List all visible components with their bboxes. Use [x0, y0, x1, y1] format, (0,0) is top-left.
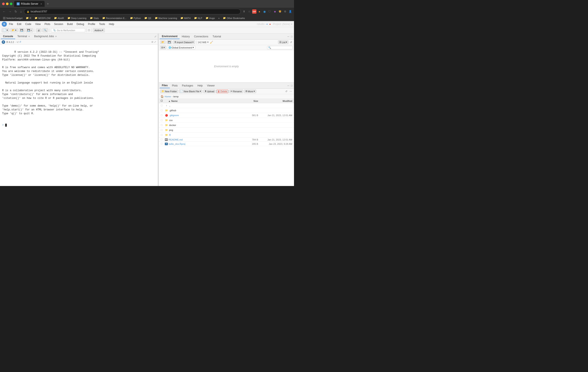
rproj-link[interactable]: twilio_dox.Rproj — [169, 143, 241, 145]
global-environment-button[interactable]: 🌐 Global Environment ▾ — [167, 46, 195, 49]
bookmark-modflow[interactable]: 📁 MODFLOW — [33, 16, 52, 20]
project-selector[interactable]: Project: (None) ▾ — [273, 23, 292, 26]
menu-help[interactable]: Help — [107, 22, 116, 26]
tab-viewer[interactable]: Viewer — [205, 83, 217, 88]
browser-tab-active[interactable]: R RStudio Server ✕ — [14, 1, 45, 7]
new-file-button[interactable]: 📄 ▾ — [2, 28, 9, 32]
file-row-docker[interactable]: ☐ 📁 docker — [159, 123, 294, 128]
readme-link[interactable]: README.md — [169, 138, 241, 141]
menu-build[interactable]: Build — [65, 22, 74, 26]
file-checkbox-rproj[interactable]: ☐ — [161, 142, 165, 145]
tab-history[interactable]: History — [179, 34, 192, 39]
file-checkbox-docker[interactable]: ☐ — [161, 124, 165, 127]
github-folder-link[interactable]: .github — [169, 109, 241, 112]
docker-folder-link[interactable]: docker — [169, 124, 241, 127]
share-icon[interactable]: ⬆ — [242, 9, 246, 14]
file-row-gitignore[interactable]: ☐ 🔴 .gitignore 581 B Jan 21, 2023, 12:01… — [159, 113, 294, 118]
back-button[interactable]: ← — [2, 9, 6, 14]
file-row-png[interactable]: ☐ 📁 png — [159, 128, 294, 133]
file-row-r-folder[interactable]: ☐ 📁 R — [159, 133, 294, 138]
file-checkbox-r-folder[interactable]: ☐ — [161, 134, 165, 137]
upload-button[interactable]: ⬆ Upload — [203, 89, 216, 93]
extensions-button[interactable]: ⚙ — [283, 9, 287, 14]
ext-icon-5[interactable]: 🦁 — [278, 9, 282, 14]
csv-folder-link[interactable]: csv — [169, 119, 241, 121]
refresh-button[interactable]: ↻ — [14, 9, 18, 14]
address-bar[interactable]: 🔒 localhost:8787 — [24, 9, 241, 14]
bookmark-machinelearning[interactable]: 📁 Machine Learning — [154, 16, 178, 20]
file-checkbox-parent[interactable]: ☐ — [161, 104, 165, 107]
tab-console[interactable]: Console — [1, 34, 15, 39]
list-view-button[interactable]: ☰ List ▾ — [278, 40, 288, 44]
addins-button[interactable]: Addins ▾ — [93, 28, 105, 32]
file-checkbox-csv[interactable]: ☐ — [161, 119, 165, 122]
menu-profile[interactable]: Profile — [86, 22, 97, 26]
bookmark-recomendation[interactable]: 📁 Recomendation E... — [101, 16, 128, 20]
tab-packages[interactable]: Packages — [180, 83, 195, 88]
file-row-parent[interactable]: ☐ ↑ .. — [159, 103, 294, 108]
bookmark-other[interactable]: 📁 Other Bookmarks — [222, 16, 246, 20]
bookmark-abstr[interactable]: 📁 AbstR — [53, 16, 65, 20]
open-file-button[interactable]: 📂 ▾ — [10, 28, 18, 32]
home-button[interactable]: ⌂ — [19, 9, 23, 14]
bookmark-r[interactable]: 📁 R — [25, 16, 32, 20]
bookmark-hugo[interactable]: 📁 Hugo — [204, 16, 216, 20]
save-button[interactable]: 💾 — [19, 28, 25, 32]
save-all-button[interactable]: 💾 + — [26, 28, 33, 32]
bookmark-stats[interactable]: 📁 Stats — [89, 16, 100, 20]
env-refresh-icon[interactable]: ↺ — [289, 41, 293, 44]
terminal-close-icon[interactable]: ✕ — [28, 35, 30, 38]
file-checkbox-github[interactable]: ☐ — [161, 109, 165, 112]
rename-button[interactable]: ✏ Rename — [229, 89, 243, 93]
tab-background-jobs[interactable]: Background Jobs ✕ — [32, 34, 59, 39]
ext-icon-2[interactable]: ◉ — [262, 9, 267, 14]
header-checkbox[interactable]: ☐ — [161, 99, 165, 102]
parent-dir-link[interactable]: .. — [169, 104, 241, 107]
menu-plots[interactable]: Plots — [43, 22, 52, 26]
console-nav-icon[interactable]: ↺ — [19, 41, 21, 43]
bookmark-deeplearning[interactable]: 📁 Deep Learning — [66, 16, 88, 20]
bookmark-icon[interactable]: ☆ — [247, 9, 251, 14]
env-minimize-icon[interactable]: ─ — [287, 35, 290, 38]
tab-environment[interactable]: Environment — [160, 34, 179, 39]
file-row-readme[interactable]: ☐ MD README.md 784 B Jan 21, 2023, 12:01… — [159, 138, 294, 142]
bookmark-selectorgadget[interactable]: SelectorGadget — [2, 16, 24, 20]
r-environment-button[interactable]: R ▾ — [160, 46, 166, 49]
menu-edit[interactable]: Edit — [15, 22, 23, 26]
close-traffic-light[interactable] — [2, 2, 5, 5]
delete-button[interactable]: 🗑 Delete — [216, 90, 229, 93]
ext-icon-4[interactable]: ◆ — [273, 9, 277, 14]
file-checkbox-gitignore[interactable]: ☐ — [161, 114, 165, 117]
tab-connections[interactable]: Connections — [192, 34, 210, 39]
goto-file-input[interactable]: 📎 Go to file/function — [51, 28, 85, 32]
file-row-csv[interactable]: ☐ 📁 csv — [159, 118, 294, 123]
bookmark-qe[interactable]: 📁 QE — [143, 16, 153, 20]
print-button[interactable]: 🖨 — [36, 28, 42, 32]
file-row-github[interactable]: ☐ 📁 .github — [159, 108, 294, 113]
more-button[interactable]: ⚙ More ▾ — [244, 89, 256, 93]
menu-debug[interactable]: Debug — [75, 22, 86, 26]
home-breadcrumb-icon[interactable]: 🏠 — [161, 95, 164, 98]
menu-session[interactable]: Session — [52, 22, 65, 26]
bookmark-python[interactable]: 📁 Python — [129, 16, 142, 20]
forward-button[interactable]: → — [8, 9, 12, 14]
ext-icon-3[interactable]: 🛡 — [268, 9, 272, 14]
files-minimize-icon[interactable]: ─ — [287, 84, 290, 87]
header-name[interactable]: ▲ Name — [168, 100, 241, 102]
menu-file[interactable]: File — [7, 22, 15, 26]
new-tab-button[interactable]: + — [45, 2, 50, 6]
file-checkbox-png[interactable]: ☐ — [161, 129, 165, 132]
tab-tutorial[interactable]: Tutorial — [210, 34, 223, 39]
tab-files[interactable]: Files — [160, 83, 170, 88]
new-folder-button[interactable]: 📁 New Folder — [160, 89, 178, 93]
broom-icon[interactable]: 🧹 — [210, 41, 213, 44]
profile-button[interactable]: 👤 — [288, 9, 292, 14]
file-row-rproj[interactable]: ☐ R twilio_dox.Rproj 205 B Jan 23, 2023,… — [159, 142, 294, 146]
bookmark-more[interactable]: » — [217, 16, 221, 20]
tab-close-button[interactable]: ✕ — [40, 3, 42, 5]
files-more-options-icon[interactable]: ⋯ — [289, 90, 293, 93]
files-refresh-icon[interactable]: ↺ — [285, 90, 288, 93]
maximize-console-icon[interactable]: ⤢ — [154, 41, 156, 43]
tab-terminal[interactable]: Terminal ✕ — [15, 34, 32, 39]
new-blank-file-button[interactable]: 📄 New Blank File ▾ — [179, 89, 202, 93]
